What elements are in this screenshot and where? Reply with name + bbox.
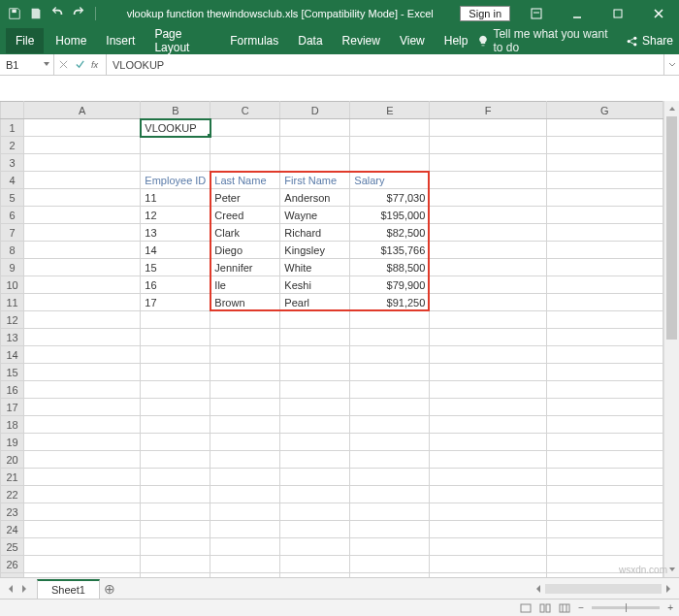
row-header-14[interactable]: 14 <box>1 346 24 364</box>
cell-C4[interactable]: Last Name <box>210 172 280 189</box>
cell-B12[interactable] <box>141 311 210 329</box>
row-header-13[interactable]: 13 <box>1 329 24 346</box>
cell-A1[interactable] <box>24 119 141 137</box>
row-header-24[interactable]: 24 <box>1 521 24 538</box>
cell-E26[interactable] <box>350 556 430 573</box>
ribbon-options-icon[interactable] <box>516 0 557 27</box>
cell-B15[interactable] <box>141 364 210 381</box>
cell-C22[interactable] <box>210 486 280 503</box>
cell-D16[interactable] <box>280 381 350 399</box>
cell-G14[interactable] <box>546 346 663 364</box>
tab-home[interactable]: Home <box>46 28 96 53</box>
tab-formulas[interactable]: Formulas <box>220 28 288 53</box>
cell-G1[interactable] <box>546 119 663 137</box>
cell-C17[interactable] <box>210 399 280 416</box>
row-header-20[interactable]: 20 <box>1 451 24 469</box>
cell-E20[interactable] <box>350 451 430 469</box>
expand-formula-bar-icon[interactable] <box>663 54 679 75</box>
cell-D12[interactable] <box>280 311 350 329</box>
cell-E10[interactable]: $79,900 <box>350 276 430 294</box>
cell-A25[interactable] <box>24 538 141 556</box>
cell-D22[interactable] <box>280 486 350 503</box>
cell-E12[interactable] <box>350 311 430 329</box>
cell-D8[interactable]: Kingsley <box>280 242 350 259</box>
cell-A19[interactable] <box>24 434 141 451</box>
redo-icon[interactable] <box>70 5 87 22</box>
cell-B21[interactable] <box>141 469 210 486</box>
cell-A7[interactable] <box>24 224 141 242</box>
cell-G15[interactable] <box>546 364 663 381</box>
row-header-7[interactable]: 7 <box>1 224 24 242</box>
cell-A5[interactable] <box>24 189 141 207</box>
tab-file[interactable]: File <box>6 28 44 53</box>
cell-B16[interactable] <box>141 381 210 399</box>
undo-icon[interactable] <box>48 5 66 22</box>
row-header-10[interactable]: 10 <box>1 276 24 294</box>
zoom-in-icon[interactable]: + <box>667 602 673 613</box>
cell-A10[interactable] <box>24 276 141 294</box>
cell-F20[interactable] <box>430 451 546 469</box>
cell-G6[interactable] <box>546 207 663 224</box>
cell-G25[interactable] <box>546 538 663 556</box>
cell-A23[interactable] <box>24 503 141 521</box>
cell-G11[interactable] <box>546 294 663 311</box>
sign-in-button[interactable]: Sign in <box>460 6 510 21</box>
cell-D23[interactable] <box>280 503 350 521</box>
cell-B14[interactable] <box>141 346 210 364</box>
cell-A3[interactable] <box>24 154 141 172</box>
cell-E6[interactable]: $195,000 <box>350 207 430 224</box>
cell-G19[interactable] <box>546 434 663 451</box>
cell-A8[interactable] <box>24 242 141 259</box>
cell-G18[interactable] <box>546 416 663 434</box>
cell-B20[interactable] <box>141 451 210 469</box>
cell-C6[interactable]: Creed <box>210 207 280 224</box>
row-header-17[interactable]: 17 <box>1 399 24 416</box>
cell-F26[interactable] <box>430 556 546 573</box>
cell-A21[interactable] <box>24 469 141 486</box>
cell-F8[interactable] <box>430 242 546 259</box>
select-all-corner[interactable] <box>1 102 24 119</box>
cell-F16[interactable] <box>430 381 546 399</box>
cell-E25[interactable] <box>350 538 430 556</box>
row-header-8[interactable]: 8 <box>1 242 24 259</box>
cell-A18[interactable] <box>24 416 141 434</box>
cell-C11[interactable]: Brown <box>210 294 280 311</box>
insert-function-icon[interactable]: fx <box>91 59 102 70</box>
cell-F3[interactable] <box>430 154 546 172</box>
row-header-23[interactable]: 23 <box>1 503 24 521</box>
cell-F19[interactable] <box>430 434 546 451</box>
minimize-icon[interactable] <box>557 0 598 27</box>
horizontal-scrollbar[interactable] <box>545 584 662 594</box>
cell-D15[interactable] <box>280 364 350 381</box>
spreadsheet-grid[interactable]: ABCDEFG1VLOOKUP234Employee IDLast NameFi… <box>0 101 679 591</box>
cell-C2[interactable] <box>210 137 280 154</box>
cell-G2[interactable] <box>546 137 663 154</box>
cell-G8[interactable] <box>546 242 663 259</box>
cell-B4[interactable]: Employee ID <box>141 172 210 189</box>
maximize-icon[interactable] <box>598 0 638 27</box>
cell-D5[interactable]: Anderson <box>280 189 350 207</box>
cell-C23[interactable] <box>210 503 280 521</box>
tell-me[interactable]: Tell me what you want to do <box>477 27 616 54</box>
cell-E22[interactable] <box>350 486 430 503</box>
cell-D10[interactable]: Keshi <box>280 276 350 294</box>
cell-G23[interactable] <box>546 503 663 521</box>
row-header-18[interactable]: 18 <box>1 416 24 434</box>
cell-F24[interactable] <box>430 521 546 538</box>
zoom-slider[interactable] <box>592 606 660 609</box>
cell-G12[interactable] <box>546 311 663 329</box>
cell-E13[interactable] <box>350 329 430 346</box>
cell-F12[interactable] <box>430 311 546 329</box>
cell-A4[interactable] <box>24 172 141 189</box>
cell-F10[interactable] <box>430 276 546 294</box>
row-header-11[interactable]: 11 <box>1 294 24 311</box>
share-button[interactable]: Share <box>626 34 673 48</box>
cell-E9[interactable]: $88,500 <box>350 259 430 276</box>
cell-A9[interactable] <box>24 259 141 276</box>
cell-F25[interactable] <box>430 538 546 556</box>
autosave-icon[interactable] <box>6 5 23 22</box>
cell-C18[interactable] <box>210 416 280 434</box>
cell-E21[interactable] <box>350 469 430 486</box>
cell-D18[interactable] <box>280 416 350 434</box>
cell-B3[interactable] <box>141 154 210 172</box>
